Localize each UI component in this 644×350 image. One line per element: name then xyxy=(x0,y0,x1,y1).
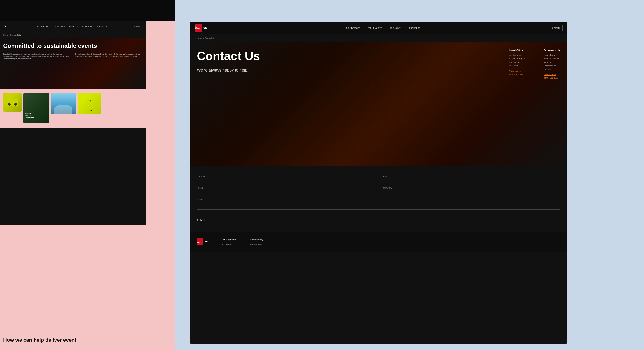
hamburger-icon: ≡ xyxy=(134,25,135,28)
message-input-line xyxy=(197,210,560,210)
right-breadcrumb: Home > Contact Us xyxy=(190,34,567,42)
left-nav-our-approach[interactable]: Our Approach xyxy=(37,25,50,28)
head-office-map-link[interactable]: View on map xyxy=(510,70,525,72)
right-website-screenshot: GL events UK Our Approach Your Event ▾ P… xyxy=(190,22,567,344)
phone-field: Phone xyxy=(197,187,374,191)
left-hero-title: Committed to sustainable events xyxy=(3,42,142,49)
fullname-input-line xyxy=(197,180,374,180)
gl-events-uk-address: Second Drove Eastern Industry Fengate Pe… xyxy=(544,54,560,71)
gl-events-logo-icon: GL events xyxy=(194,24,202,32)
contact-page-title: Contact Us xyxy=(197,49,560,63)
head-office-address: Station Road Castle Donington Derbyshire… xyxy=(510,54,525,68)
right-logo: GL events UK xyxy=(194,24,207,32)
fullname-label: Full name xyxy=(197,176,374,178)
left-nav-contact[interactable]: Contact Us xyxy=(97,25,108,28)
form-row-2: Phone Company xyxy=(197,187,560,191)
left-hero: Committed to sustainable events Sustaina… xyxy=(0,38,146,88)
left-bottom-title: How we can help deliver event xyxy=(3,337,172,343)
hamburger-icon-right: ≡ Menu xyxy=(552,27,560,29)
footer-your-event-link[interactable]: Your Event xyxy=(222,244,236,246)
fullname-field: Full name xyxy=(197,176,374,180)
footer-col-our-approach: Our Approach Your Event xyxy=(222,238,236,246)
left-logo: UK xyxy=(3,25,6,28)
photo-tent xyxy=(50,93,76,114)
left-nav-experience[interactable]: Experience xyxy=(82,25,92,28)
left-hero-col-1: Sustainability goals across events are e… xyxy=(3,53,70,60)
right-nav-our-approach[interactable]: Our Approach xyxy=(345,26,360,30)
your-event-chevron-icon: ▾ xyxy=(380,26,382,29)
head-office-block: Head Office Station Road Castle Doningto… xyxy=(510,49,525,79)
footer-meet-team-link[interactable]: Meet the Team xyxy=(250,244,263,246)
left-hero-text-2: By making conscious decisions on things … xyxy=(75,53,142,58)
photo-green-wall: RAISING AMBITION TOGETHER xyxy=(24,93,49,123)
footer-logo: GL events UK xyxy=(197,238,208,245)
left-hero-columns: Sustainability goals across events are e… xyxy=(3,53,142,60)
submit-button[interactable]: Submit xyxy=(197,219,206,222)
left-website-screenshot: UK Our Approach Your Event Products Expe… xyxy=(0,21,146,225)
message-label: Message xyxy=(197,198,560,200)
contact-subtitle: We're always happy to help. xyxy=(197,68,261,73)
phone-label: Phone xyxy=(197,187,374,189)
right-nav: GL events UK Our Approach Your Event ▾ P… xyxy=(190,22,567,34)
phone-input-line xyxy=(197,191,374,191)
left-nav-products[interactable]: Products xyxy=(69,25,78,28)
right-footer: GL events UK Our Approach Your Event Sus… xyxy=(190,232,567,252)
company-input-line xyxy=(383,191,560,191)
company-label: Company xyxy=(383,187,560,189)
right-logo-uk: UK xyxy=(203,26,207,29)
head-office-phone[interactable]: 01332 408 248 xyxy=(510,74,525,76)
form-row-1: Full name Email xyxy=(197,176,560,180)
left-hero-text-1: Sustainability goals across events are e… xyxy=(3,53,70,60)
left-nav-your-event[interactable]: Your Event xyxy=(55,25,65,28)
left-menu-button[interactable]: ≡ Menu xyxy=(132,24,143,29)
footer-logo-uk-text: UK xyxy=(205,240,208,243)
contact-hero-section: Contact Us We're always happy to help. H… xyxy=(190,42,567,166)
left-top-dark-bar xyxy=(0,0,175,21)
right-nav-experience[interactable]: Experience xyxy=(408,26,420,30)
footer-col-sustainability: Sustainability Meet the Team xyxy=(250,238,263,246)
left-bottom-section: How we can help deliver event xyxy=(0,330,175,350)
footer-col-title-2: Sustainability xyxy=(250,238,263,241)
contact-form-section: Full name Email Phone Company xyxy=(190,166,567,232)
left-hero-col-2: By making conscious decisions on things … xyxy=(75,53,142,60)
green-wall-text: RAISING AMBITION TOGETHER xyxy=(25,112,34,118)
company-field: Company xyxy=(383,187,560,191)
left-panel: UK Our Approach Your Event Products Expe… xyxy=(0,0,175,350)
left-nav-links: Our Approach Your Event Products Experie… xyxy=(13,25,132,28)
footer-col-title-1: Our Approach xyxy=(222,238,236,241)
photo-yellow-truck xyxy=(3,93,22,112)
gl-events-uk-block: GL events UK Second Drove Eastern Indust… xyxy=(544,49,560,79)
products-chevron-icon: ▾ xyxy=(399,26,401,29)
left-photos-row: RAISING AMBITION TOGETHER ⇒ FLOW xyxy=(0,88,146,128)
gl-events-uk-phone[interactable]: 01332 408 248 xyxy=(544,77,560,79)
right-nav-links: Our Approach Your Event ▾ Products ▾ Exp… xyxy=(216,26,549,30)
gl-events-uk-map-link[interactable]: View on map xyxy=(544,73,560,76)
contact-offices: Head Office Station Road Castle Doningto… xyxy=(510,49,560,79)
vest-arrow-icon: ⇒ xyxy=(88,98,91,103)
email-field: Email xyxy=(383,176,560,180)
right-panel: GL events UK Our Approach Your Event ▾ P… xyxy=(175,0,644,350)
right-menu-button[interactable]: ≡ Menu xyxy=(549,25,562,31)
head-office-heading: Head Office xyxy=(510,49,525,52)
gl-events-uk-heading: GL events UK xyxy=(544,49,560,52)
email-label: Email xyxy=(383,176,560,178)
left-nav: UK Our Approach Your Event Products Expe… xyxy=(0,21,146,32)
email-input-line xyxy=(383,180,560,180)
message-field: Message xyxy=(197,198,560,210)
right-nav-your-event[interactable]: Your Event ▾ xyxy=(367,26,382,30)
vest-flow-text: FLOW xyxy=(87,110,92,112)
footer-gl-events-logo-icon: GL events xyxy=(197,238,203,245)
left-breadcrumb: Home > Sustainability xyxy=(0,32,146,38)
right-nav-products[interactable]: Products ▾ xyxy=(389,26,401,30)
photo-vest: ⇒ FLOW xyxy=(78,93,101,114)
